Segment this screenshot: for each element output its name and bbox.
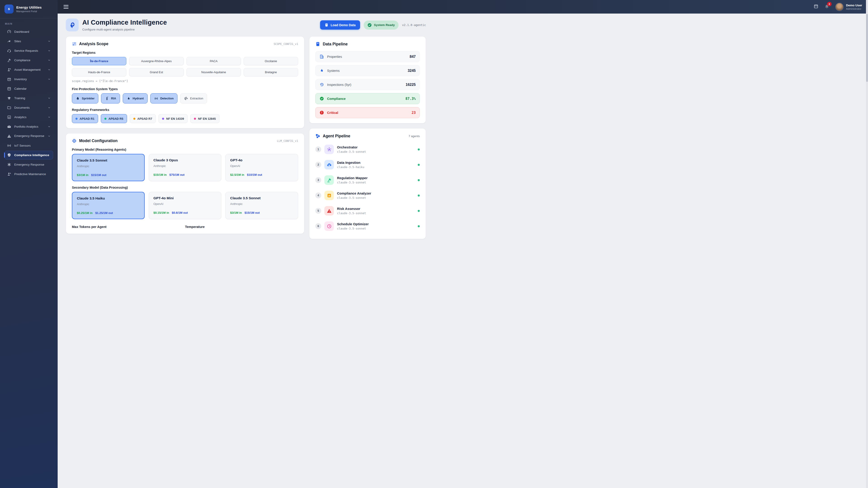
box-icon bbox=[7, 77, 11, 81]
radio-waves-icon bbox=[154, 96, 158, 101]
sidebar-item-portfolio-analytics[interactable]: Portfolio Analytics bbox=[4, 122, 53, 131]
region-grid: Île-de-France Auvergne-Rhône-Alpes PACA … bbox=[72, 57, 298, 76]
gauge-icon bbox=[7, 30, 11, 34]
warning-triangle-icon bbox=[327, 208, 332, 214]
gavel-icon bbox=[7, 58, 11, 62]
model-claude-35-haiku[interactable]: Claude 3.5 Haiku Anthropic $0.25/1M in$1… bbox=[72, 192, 145, 219]
framework-dot bbox=[104, 118, 106, 120]
system-ready-badge: System Ready bbox=[364, 21, 398, 30]
model-gpt-4o[interactable]: GPT-4o OpenAI $2.5/1M in$10/1M out bbox=[225, 154, 298, 181]
chip-icon bbox=[72, 138, 76, 143]
sidebar-item-service-requests[interactable]: Service Requests bbox=[4, 46, 53, 55]
load-demo-data-button[interactable]: Load Demo Data bbox=[320, 20, 360, 30]
frameworks-label: Regulatory Frameworks bbox=[72, 108, 298, 111]
system-hydrant[interactable]: Hydrant bbox=[123, 93, 148, 103]
card-title: Analysis Scope bbox=[79, 41, 108, 46]
briefcase-icon bbox=[7, 125, 11, 129]
main-content: AI Compliance Intelligence Configure mul… bbox=[58, 13, 434, 244]
card-title: Model Configuration bbox=[79, 138, 118, 143]
seal-check-icon bbox=[319, 96, 324, 101]
region-ile-de-france[interactable]: Île-de-France bbox=[72, 57, 126, 65]
system-types-label: Fire Protection System Types bbox=[72, 87, 298, 91]
nav-section-label: MAIN bbox=[5, 22, 53, 25]
region-paca[interactable]: PACA bbox=[186, 57, 241, 65]
secondary-model-label: Secondary Model (Data Processing) bbox=[72, 186, 298, 189]
database-icon bbox=[315, 41, 320, 46]
hamburger-menu-icon[interactable] bbox=[64, 4, 68, 9]
system-ria[interactable]: RIA bbox=[101, 93, 120, 103]
secondary-model-grid: Claude 3.5 Haiku Anthropic $0.25/1M in$1… bbox=[72, 192, 298, 219]
gavel-icon bbox=[327, 177, 332, 183]
hub-icon bbox=[327, 147, 332, 152]
pipeline-row-systems: Systems 3245 bbox=[315, 65, 420, 76]
calendar-icon bbox=[7, 87, 11, 91]
sidebar-item-iot-sensors[interactable]: IoT Sensors bbox=[4, 141, 53, 150]
sidebar-item-dashboard[interactable]: Dashboard bbox=[4, 27, 53, 36]
agent-list: 1 Orchestrator claude-3.5-sonnet 2 bbox=[315, 142, 420, 234]
sidebar-item-documents[interactable]: Documents bbox=[4, 103, 53, 112]
region-grand-est[interactable]: Grand Est bbox=[129, 68, 184, 76]
analysis-scope-card: Analysis Scope SCOPE_CONFIG_v1 Target Re… bbox=[66, 36, 304, 128]
plug-icon bbox=[7, 39, 11, 43]
system-sprinkler[interactable]: Sprinkler bbox=[72, 93, 98, 103]
target-regions-label: Target Regions bbox=[72, 51, 298, 55]
agent-row-risk-assessor[interactable]: 5 Risk Assessor claude-3.5-sonnet bbox=[315, 203, 420, 219]
agent-row-regulation-mapper[interactable]: 3 Regulation Mapper claude-3.5-sonnet bbox=[315, 172, 420, 188]
system-extraction[interactable]: Extraction bbox=[180, 93, 207, 103]
pipeline-row-compliance: Compliance 87.3% bbox=[315, 93, 420, 104]
agent-row-data-ingestion[interactable]: 2 Data Ingestion claude-3.5-haiku bbox=[315, 157, 420, 172]
signal-icon bbox=[7, 143, 11, 148]
sidebar-item-analytics[interactable]: Analytics bbox=[4, 113, 53, 122]
sidebar-item-compliance-intelligence[interactable]: Compliance Intelligence bbox=[4, 151, 53, 160]
headset-icon bbox=[7, 48, 11, 53]
frameworks-row: APSAD R1 APSAD R5 APSAD R7 NF EN 14339 bbox=[72, 114, 298, 123]
framework-apsad-r7[interactable]: APSAD R7 bbox=[130, 114, 156, 123]
region-auvergne-rhone-alpes[interactable]: Auvergne-Rhône-Alpes bbox=[129, 57, 184, 65]
sidebar-item-compliance[interactable]: Compliance bbox=[4, 56, 53, 65]
framework-apsad-r5[interactable]: APSAD R5 bbox=[101, 114, 127, 123]
region-nouvelle-aquitaine[interactable]: Nouvelle-Aquitaine bbox=[186, 68, 241, 76]
droplet-icon bbox=[76, 96, 80, 101]
framework-nf-en-14339[interactable]: NF EN 14339 bbox=[158, 114, 188, 123]
topbar: 3 Demo User Administrator bbox=[58, 0, 434, 13]
sliders-icon bbox=[72, 41, 76, 46]
sidebar-item-training[interactable]: Training bbox=[4, 94, 53, 103]
model-claude-35-sonnet-secondary[interactable]: Claude 3.5 Sonnet Anthropic $3/1M in$15/… bbox=[225, 192, 298, 219]
model-gpt-4o-mini[interactable]: GPT-4o Mini OpenAI $0.15/1M in$0.6/1M ou… bbox=[149, 192, 221, 219]
worker-gear-icon bbox=[7, 172, 11, 176]
max-tokens-label: Max Tokens per Agent bbox=[72, 225, 185, 229]
model-claude-3-opus[interactable]: Claude 3 Opus Anthropic $15/1M in$75/1M … bbox=[149, 154, 221, 181]
primary-model-label: Primary Model (Reasoning Agents) bbox=[72, 148, 298, 151]
sidebar-header: Energy Utilities Management Portal bbox=[0, 0, 58, 18]
region-hauts-de-france[interactable]: Hauts-de-France bbox=[72, 68, 126, 76]
shield-check-icon bbox=[7, 153, 11, 157]
region-occitanie[interactable]: Occitanie bbox=[244, 57, 298, 65]
region-bretagne[interactable]: Bretagne bbox=[244, 68, 298, 76]
framework-dot bbox=[162, 118, 164, 120]
agent-pipeline-card: Agent Pipeline 7 agents 1 Orchestrator c… bbox=[309, 128, 426, 239]
database-icon bbox=[324, 23, 329, 27]
ai-head-icon bbox=[66, 19, 79, 31]
sidebar-item-sites[interactable]: Sites bbox=[4, 37, 53, 46]
sidebar-item-emergency-response-2[interactable]: Emergency Response bbox=[4, 160, 53, 169]
system-detection[interactable]: Detection bbox=[150, 93, 178, 103]
extinguisher-icon bbox=[105, 96, 109, 101]
chevron-down-icon bbox=[48, 59, 51, 62]
framework-nf-en-12845[interactable]: NF EN 12845 bbox=[190, 114, 219, 123]
cloud-download-icon bbox=[327, 162, 332, 167]
agent-count: 7 agents bbox=[408, 134, 420, 138]
framework-apsad-r1[interactable]: APSAD R1 bbox=[72, 114, 98, 123]
bar-chart-icon bbox=[7, 115, 11, 119]
sidebar-item-calendar[interactable]: Calendar bbox=[4, 84, 53, 93]
agent-row-orchestrator[interactable]: 1 Orchestrator claude-3.5-sonnet bbox=[315, 142, 420, 157]
sidebar-item-asset-management[interactable]: Asset Management bbox=[4, 65, 53, 74]
model-claude-35-sonnet[interactable]: Claude 3.5 Sonnet Anthropic $3/1M in$15/… bbox=[72, 154, 145, 181]
asterisk-icon bbox=[7, 162, 11, 167]
sidebar-item-emergency-response[interactable]: Emergency Response bbox=[4, 132, 53, 140]
chevron-down-icon bbox=[48, 106, 51, 109]
sidebar-item-predictive-maintenance[interactable]: Predictive Maintenance bbox=[4, 170, 53, 178]
sidebar-item-inventory[interactable]: Inventory bbox=[4, 75, 53, 84]
agent-row-compliance-analyzer[interactable]: 4 Compliance Analyzer claude-3.5-sonnet bbox=[315, 188, 420, 203]
chevron-down-icon bbox=[48, 125, 51, 128]
agent-row-schedule-optimizer[interactable]: 6 Schedule Optimizer claude-3.5-sonnet bbox=[315, 219, 420, 234]
